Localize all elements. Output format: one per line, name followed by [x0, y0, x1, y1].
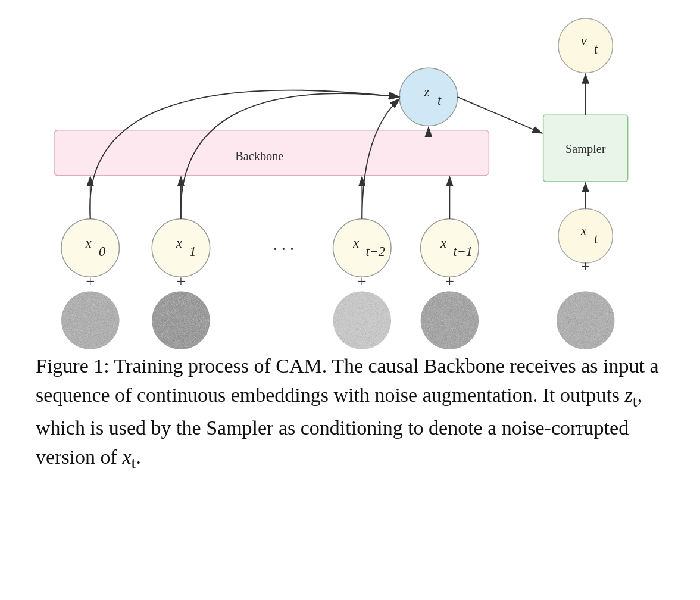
- plus-xt: +: [581, 258, 590, 276]
- xt2-label: x: [352, 236, 359, 251]
- noise-xt-texture: [557, 292, 614, 349]
- plus-xt2: +: [358, 273, 367, 290]
- x1-sub: 1: [189, 244, 196, 259]
- svg-point-1: [19, 14, 77, 71]
- plus-x0: +: [86, 273, 95, 290]
- arrow-zt-sampler: [458, 97, 542, 133]
- zt-sub: t: [438, 93, 442, 108]
- zt-label: z: [424, 85, 430, 99]
- noise-x0-texture: [61, 292, 119, 349]
- diagram-area: Backbone Sampler z t v t x t x 0 x 1 · ·…: [0, 0, 700, 345]
- caption-main-text: Training process of CAM. The causal Back…: [36, 355, 659, 468]
- noise-xt1-texture: [421, 292, 479, 349]
- sampler-label: Sampler: [565, 142, 606, 156]
- figure-label: Figure 1:: [36, 355, 110, 377]
- caption-area: Figure 1: Training process of CAM. The c…: [0, 345, 700, 487]
- dots-label: · · ·: [273, 240, 295, 258]
- noise-x1-texture: [152, 292, 210, 349]
- x0-label: x: [85, 236, 92, 251]
- backbone-label: Backbone: [235, 149, 283, 162]
- xt-sub: t: [594, 232, 598, 246]
- plus-x1: +: [176, 273, 185, 290]
- x0-sub: 0: [99, 244, 105, 259]
- noise-xt2-texture: [333, 292, 391, 349]
- xt2-sub: t−2: [365, 244, 385, 259]
- plus-xt1: +: [445, 273, 454, 290]
- vt-sub: t: [594, 42, 598, 57]
- caption-text: Figure 1: Training process of CAM. The c…: [36, 351, 664, 475]
- vt-label: v: [581, 33, 587, 48]
- x1-label: x: [176, 236, 182, 251]
- xt1-sub: t−1: [453, 244, 472, 259]
- xt1-label: x: [440, 236, 446, 251]
- xt-label: x: [580, 223, 587, 238]
